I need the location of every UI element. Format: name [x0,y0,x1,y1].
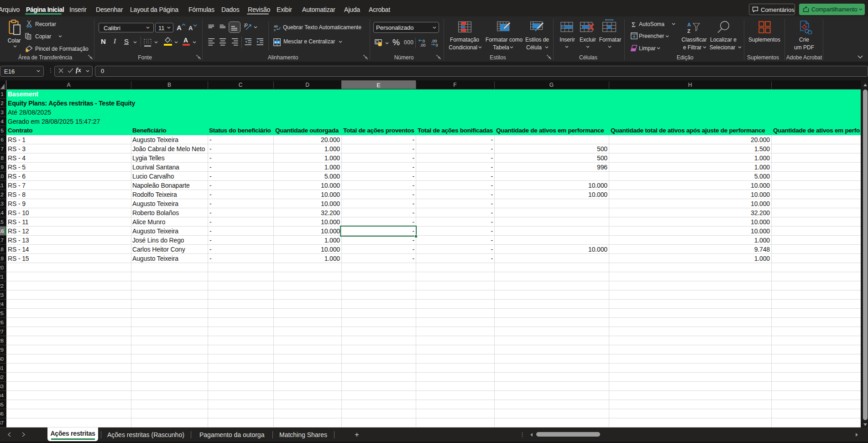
svg-text:A: A [687,22,691,27]
svg-text:c: c [274,28,276,31]
svg-text:Z: Z [687,28,690,34]
svg-text:0: 0 [436,43,438,47]
svg-text:,00: ,00 [420,43,426,47]
